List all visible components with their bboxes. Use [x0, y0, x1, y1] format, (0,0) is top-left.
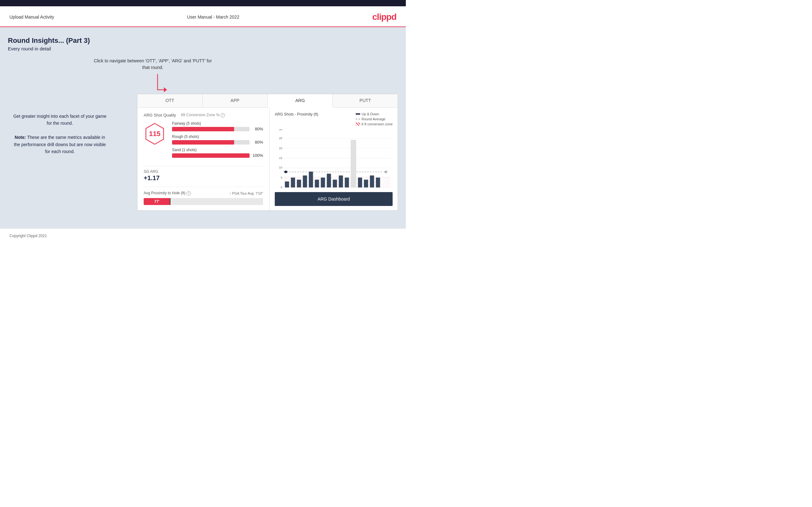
chart-header: ARG Shots - Proximity (ft) Up & Down Rou… — [275, 112, 393, 126]
page-subtitle: Every round in detail — [8, 46, 398, 51]
sg-label: SG ARG — [144, 169, 263, 174]
svg-marker-20 — [384, 171, 386, 173]
svg-rect-34 — [358, 178, 362, 187]
legend-conversion-label: 6 ft conversion zone — [362, 122, 393, 126]
svg-rect-35 — [364, 180, 368, 188]
svg-rect-31 — [345, 178, 349, 187]
svg-rect-23 — [297, 180, 301, 188]
svg-rect-36 — [370, 175, 374, 187]
svg-text:5: 5 — [281, 176, 282, 179]
svg-text:25: 25 — [279, 136, 282, 140]
description-box: Get greater insight into each facet of y… — [8, 113, 112, 155]
sand-pct: 100% — [252, 153, 263, 158]
svg-text:30: 30 — [279, 129, 282, 131]
tab-arg[interactable]: ARG — [268, 94, 333, 108]
sand-label: Sand (1 shots) — [172, 148, 263, 152]
svg-text:15: 15 — [279, 156, 282, 160]
legend-conversion: 6 ft conversion zone — [356, 122, 393, 126]
shot-quality-row: 115 Fairway (5 shots) 80% — [144, 121, 263, 161]
content-layout: Get greater insight into each facet of y… — [8, 94, 398, 211]
nav-instruction-text: Click to navigate between 'OTT', 'APP', … — [90, 58, 216, 71]
legend-round-avg-label: Round Average — [362, 117, 386, 121]
svg-rect-21 — [285, 181, 289, 187]
rough-bar-row: Rough (5 shots) 80% — [172, 134, 263, 145]
legend-solid-icon — [356, 113, 360, 115]
svg-rect-30 — [339, 175, 343, 187]
svg-rect-26 — [315, 180, 319, 188]
arg-dashboard-button[interactable]: ARG Dashboard — [275, 192, 393, 206]
legend-dashed-icon — [356, 119, 360, 119]
proximity-section: Avg Proximity to Hole (ft) ? ↑ PGA Tour … — [144, 187, 263, 205]
sand-bar-track — [172, 153, 250, 158]
fairway-pct: 80% — [252, 127, 263, 131]
fairway-bar-row: Fairway (5 shots) 80% — [172, 121, 263, 131]
footer: Copyright Clippd 2021 — [0, 229, 406, 243]
top-bar — [0, 0, 406, 6]
note-label: Note: — [15, 135, 26, 140]
chart-title: ARG Shots - Proximity (ft) — [275, 112, 318, 116]
dashboard-right: ARG Shots - Proximity (ft) Up & Down Rou… — [270, 108, 398, 210]
dashboard-body: ARG Shot Quality 6ft Conversion Zone % ? — [137, 108, 398, 210]
rough-bar-track — [172, 140, 250, 145]
tab-putt[interactable]: PUTT — [333, 94, 398, 107]
shot-quality-label: ARG Shot Quality — [144, 113, 176, 117]
rough-pct: 80% — [252, 140, 263, 145]
svg-marker-0 — [164, 87, 167, 92]
svg-rect-22 — [291, 178, 295, 187]
chart-legend: Up & Down Round Average 6 ft conversion … — [356, 112, 393, 126]
hexagon-score: 115 — [144, 123, 166, 145]
sg-value: +1.17 — [144, 174, 263, 182]
upload-activity-link[interactable]: Upload Manual Activity — [9, 14, 54, 19]
sand-bar-fill — [172, 153, 250, 158]
svg-rect-29 — [333, 180, 337, 188]
proximity-cursor — [170, 198, 170, 205]
left-panel: Get greater insight into each facet of y… — [8, 94, 112, 155]
legend-up-down: Up & Down — [356, 112, 393, 116]
svg-text:10: 10 — [279, 166, 282, 169]
svg-rect-24 — [303, 175, 307, 187]
header: Upload Manual Activity User Manual - Mar… — [0, 6, 406, 27]
svg-text:0: 0 — [281, 185, 282, 189]
svg-rect-27 — [321, 178, 325, 187]
proximity-info-icon[interactable]: ? — [187, 191, 191, 195]
proximity-chart: 0 5 10 15 20 25 30 — [275, 129, 393, 189]
nav-arrow — [153, 74, 172, 96]
info-icon[interactable]: ? — [220, 113, 225, 117]
proximity-title: Avg Proximity to Hole (ft) ? — [144, 191, 191, 195]
fairway-bar-fill — [172, 127, 234, 131]
legend-up-down-label: Up & Down — [362, 112, 379, 116]
svg-text:20: 20 — [279, 147, 282, 150]
fairway-bar-track — [172, 127, 250, 131]
proximity-header: Avg Proximity to Hole (ft) ? ↑ PGA Tour … — [144, 191, 263, 195]
svg-text:8: 8 — [385, 170, 387, 174]
dashboard-left: ARG Shot Quality 6ft Conversion Zone % ? — [137, 108, 270, 210]
sand-bar-row: Sand (1 shots) 100% — [172, 148, 263, 158]
legend-round-avg: Round Average — [356, 117, 393, 121]
conversion-bars: Fairway (5 shots) 80% Rough (5 shots) — [172, 121, 263, 161]
note-text: These are the same metrics available in … — [14, 135, 106, 154]
hex-value: 115 — [149, 130, 161, 138]
rough-bar-fill — [172, 140, 234, 145]
chart-area: 0 5 10 15 20 25 30 — [275, 129, 393, 189]
svg-rect-25 — [309, 172, 313, 187]
sg-section: SG ARG +1.17 — [144, 166, 263, 182]
pga-avg: ↑ PGA Tour Avg: 7'10" — [230, 191, 263, 195]
fairway-label: Fairway (5 shots) — [172, 121, 263, 126]
svg-marker-18 — [284, 170, 288, 173]
dashboard-panel: OTT APP ARG PUTT ARG Shot Quality 6ft Co… — [137, 94, 398, 211]
description-text: Get greater insight into each facet of y… — [13, 114, 106, 154]
clippd-logo: clippd — [372, 12, 396, 22]
main-content: Round Insights... (Part 3) Every round i… — [0, 27, 406, 229]
document-title: User Manual - March 2022 — [187, 14, 240, 19]
proximity-bar-track: 77' — [144, 198, 263, 205]
page-title: Round Insights... (Part 3) — [8, 37, 398, 45]
svg-rect-37 — [376, 178, 380, 187]
proximity-bar-fill: 77' — [144, 198, 170, 205]
conversion-zone-label: 6ft Conversion Zone % ? — [181, 113, 225, 117]
shot-quality-header: ARG Shot Quality 6ft Conversion Zone % ? — [144, 113, 263, 117]
rough-label: Rough (5 shots) — [172, 134, 263, 139]
legend-hatched-icon — [356, 122, 360, 126]
svg-rect-33 — [351, 140, 356, 187]
copyright-text: Copyright Clippd 2021 — [9, 234, 47, 238]
svg-rect-28 — [327, 174, 331, 188]
